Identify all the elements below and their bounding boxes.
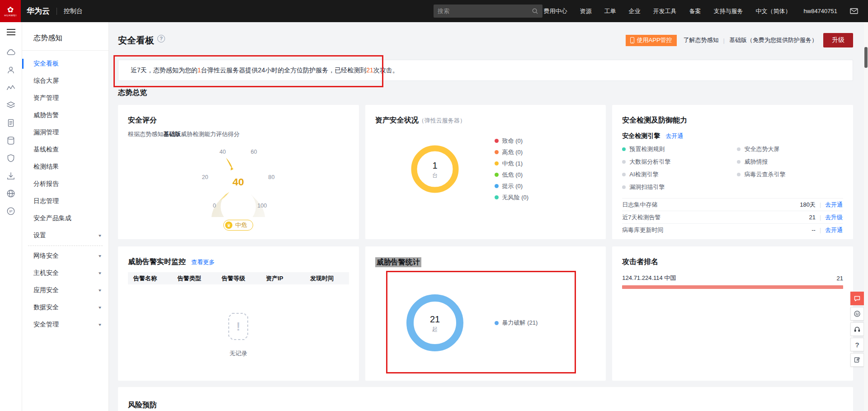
learn-link[interactable]: 了解态势感知: [684, 36, 719, 44]
feedback-smiley-button[interactable]: [850, 307, 864, 321]
sidebar-group-data-security[interactable]: 数据安全▼: [22, 299, 108, 316]
legend-item-critical: 致命 (0): [495, 137, 529, 145]
stat-link[interactable]: 去升级: [825, 213, 843, 222]
sidebar-item-asset-management[interactable]: 资产管理: [22, 90, 108, 107]
stat-virus-db: 病毒库更新时间 --|去开通: [622, 223, 843, 236]
server-count: 1: [198, 66, 201, 74]
service-hotline-button[interactable]: [850, 322, 864, 336]
service-icon-strip: IP: [0, 22, 22, 411]
sidebar-item-vulnerability[interactable]: 漏洞管理: [22, 124, 108, 141]
layers-icon[interactable]: [5, 100, 16, 111]
sidebar-item-log-management[interactable]: 日志管理: [22, 193, 108, 210]
card-title: 威胁告警统计: [375, 257, 596, 267]
sidebar-item-detection-results[interactable]: 检测结果: [22, 158, 108, 175]
menu-icon[interactable]: [7, 29, 15, 35]
global-search[interactable]: [434, 5, 542, 18]
engine-big-screen: 安全态势大屏: [737, 143, 785, 156]
cloud-icon[interactable]: [5, 47, 16, 58]
sidebar-group-app-security[interactable]: 应用安全▼: [22, 282, 108, 299]
scrollbar-thumb[interactable]: [864, 47, 868, 68]
capability-stats: 日志集中存储 180天|去开通 近7天检测告警 21|去升级 病毒库更新时间 -…: [622, 198, 843, 236]
chevron-down-icon: ▼: [98, 323, 102, 327]
chevron-down-icon: ▼: [98, 254, 102, 258]
menu-language[interactable]: 中文（简体）: [756, 7, 791, 15]
document-icon[interactable]: [5, 118, 16, 128]
menu-billing[interactable]: 费用中心: [544, 7, 567, 15]
sidebar-item-big-screen[interactable]: 综合大屏: [22, 72, 108, 90]
huawei-logo[interactable]: ✿ HUAWEI: [0, 0, 21, 22]
svg-text:100: 100: [258, 203, 267, 209]
header-actions: 使用APP管控 了解态势感知 | 基础版（免费为您提供防护服务） 升级: [626, 33, 853, 47]
stat-link[interactable]: 去开通: [825, 201, 843, 209]
menu-devtools[interactable]: 开发工具: [653, 7, 677, 15]
console-link[interactable]: 控制台: [64, 7, 83, 15]
empty-icon: !: [226, 311, 250, 342]
sidebar-item-analysis-reports[interactable]: 分析报告: [22, 175, 108, 193]
alarm-statistics-card: 威胁告警统计 21 起 暴力破解 (21): [365, 246, 606, 381]
col-alarm-level: 告警等级: [216, 272, 260, 284]
search-input[interactable]: [438, 8, 532, 14]
alarm-monitor-card: 威胁告警实时监控 查看更多 告警名称 告警类型 告警等级 资产IP 发现时间 !…: [118, 246, 359, 381]
activity-icon[interactable]: [5, 82, 16, 93]
user-icon[interactable]: [5, 65, 16, 76]
sidebar-item-threat-alarms[interactable]: 威胁告警: [22, 107, 108, 124]
col-alarm-name: 告警名称: [128, 272, 172, 284]
attacker-count: 21: [837, 275, 843, 282]
view-more-link[interactable]: 查看更多: [191, 258, 215, 267]
menu-account[interactable]: hw84740751: [804, 8, 837, 14]
search-icon[interactable]: [532, 8, 538, 14]
sidebar-divider: [28, 246, 103, 246]
attacker-ranking-card: 攻击者排名 124.71.224.114 中国 21: [612, 246, 853, 381]
sidebar-group-host-security[interactable]: 主机安全▼: [22, 265, 108, 282]
feedback-edit-button[interactable]: [850, 353, 864, 367]
huawei-logo-text: HUAWEI: [4, 14, 16, 17]
legend-item-norisk: 无风险 (0): [495, 194, 529, 201]
section-title-overview: 态势总览: [118, 88, 853, 98]
sidebar-item-baseline-check[interactable]: 基线检查: [22, 141, 108, 158]
alarm-donut-area: 21 起 暴力破解 (21): [375, 283, 596, 362]
sidebar-item-settings[interactable]: 设置▼: [22, 227, 108, 244]
chat-support-button[interactable]: [850, 292, 864, 305]
sidebar-group-security-management[interactable]: 安全管理▼: [22, 316, 108, 333]
empty-text: 无记录: [128, 350, 349, 358]
help-icon[interactable]: ?: [157, 35, 165, 43]
menu-resources[interactable]: 资源: [580, 7, 592, 15]
svg-text:!: !: [236, 320, 241, 333]
attack-count: 21: [366, 66, 373, 74]
asset-security-card: 资产安全状况（弹性云服务器） 1 台 致命 (0) 高危 (0) 中危 (1): [365, 105, 606, 239]
brand-huaweicloud[interactable]: 华为云: [27, 6, 50, 16]
highlighted-title: 威胁告警统计: [375, 257, 421, 267]
overview-cards-row-1: 安全评分 根据态势感知基础版威胁检测能力评估得分: [118, 105, 853, 239]
svg-text:20: 20: [202, 174, 208, 180]
alarm-count: 21: [429, 314, 439, 324]
globe-icon[interactable]: [5, 188, 16, 199]
col-found-time: 发现时间: [305, 272, 349, 284]
menu-tickets[interactable]: 工单: [604, 7, 616, 15]
app-root: ✿ HUAWEI 华为云 控制台 费用中心 资源 工单 企业 开发工具 备案 支…: [0, 0, 868, 411]
menu-support[interactable]: 支持与服务: [714, 7, 743, 15]
shield-icon[interactable]: [5, 153, 16, 164]
download-icon[interactable]: [5, 170, 16, 181]
menu-icp[interactable]: 备案: [689, 7, 701, 15]
floating-toolbar: ?: [850, 292, 864, 367]
legend-dot: [495, 173, 499, 177]
menu-enterprise[interactable]: 企业: [629, 7, 641, 15]
sidebar-group-network-security[interactable]: 网络安全▼: [22, 247, 108, 265]
security-score-card: 安全评分 根据态势感知基础版威胁检测能力评估得分: [118, 105, 359, 239]
stat-link[interactable]: 去开通: [825, 226, 843, 234]
sidebar-title: 态势感知: [22, 22, 108, 51]
risk-level-badge-row: ♛ 中危: [128, 220, 349, 231]
engine-enable-link[interactable]: 去开通: [665, 132, 683, 140]
app-control-button[interactable]: 使用APP管控: [626, 35, 677, 46]
mail-icon[interactable]: [850, 8, 858, 14]
help-center-button[interactable]: ?: [850, 338, 864, 351]
sidebar-item-security-dashboard[interactable]: 安全看板: [22, 55, 108, 72]
database-icon[interactable]: [5, 135, 16, 146]
legend-dot: [495, 195, 499, 199]
question-icon: ?: [855, 341, 859, 349]
upgrade-button[interactable]: 升级: [823, 33, 853, 47]
ip-icon[interactable]: IP: [5, 206, 16, 217]
legend-dot: [495, 184, 499, 188]
sidebar-item-product-integration[interactable]: 安全产品集成: [22, 210, 108, 227]
legend-dot: [495, 150, 499, 154]
